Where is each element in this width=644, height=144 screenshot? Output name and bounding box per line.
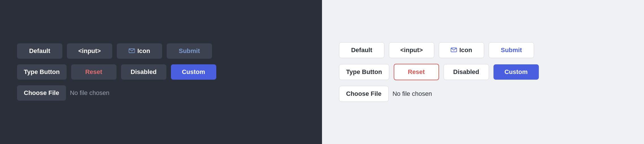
light-icon-button[interactable]: Icon <box>439 42 484 58</box>
light-icon-button-label: Icon <box>459 46 472 54</box>
light-row-2: Type Button Reset Disabled Custom <box>339 64 539 80</box>
light-file-row: Choose File No file chosen <box>339 86 432 102</box>
dark-custom-button[interactable]: Custom <box>171 64 216 80</box>
mail-icon <box>451 46 457 54</box>
dark-icon-button[interactable]: Icon <box>117 43 162 59</box>
dark-nofile-text: No file chosen <box>70 89 109 97</box>
dark-icon-button-label: Icon <box>137 47 150 55</box>
dark-submit-button[interactable]: Submit <box>167 43 212 59</box>
light-nofile-text: No file chosen <box>393 90 432 98</box>
light-panel: Default <input> Icon Submit Type Button … <box>322 0 644 144</box>
dark-file-row: Choose File No file chosen <box>17 85 109 101</box>
dark-panel: Default <input> Icon Submit Type Button … <box>0 0 322 144</box>
mail-icon <box>129 47 135 55</box>
light-input-button[interactable]: <input> <box>389 42 434 58</box>
light-reset-button[interactable]: Reset <box>394 64 439 80</box>
light-typebutton-button[interactable]: Type Button <box>339 64 389 80</box>
dark-choosefile-button[interactable]: Choose File <box>17 85 66 101</box>
dark-default-button[interactable]: Default <box>17 43 62 59</box>
dark-row-1: Default <input> Icon Submit <box>17 43 212 59</box>
light-custom-button[interactable]: Custom <box>493 64 539 80</box>
dark-typebutton-button[interactable]: Type Button <box>17 64 67 80</box>
light-choosefile-button[interactable]: Choose File <box>339 86 389 102</box>
dark-input-button[interactable]: <input> <box>67 43 112 59</box>
dark-reset-button[interactable]: Reset <box>71 64 116 80</box>
light-row-1: Default <input> Icon Submit <box>339 42 534 58</box>
light-submit-button[interactable]: Submit <box>489 42 534 58</box>
dark-row-2: Type Button Reset Disabled Custom <box>17 64 216 80</box>
light-default-button[interactable]: Default <box>339 42 384 58</box>
light-disabled-button[interactable]: Disabled <box>444 64 489 80</box>
dark-disabled-button[interactable]: Disabled <box>121 64 166 80</box>
